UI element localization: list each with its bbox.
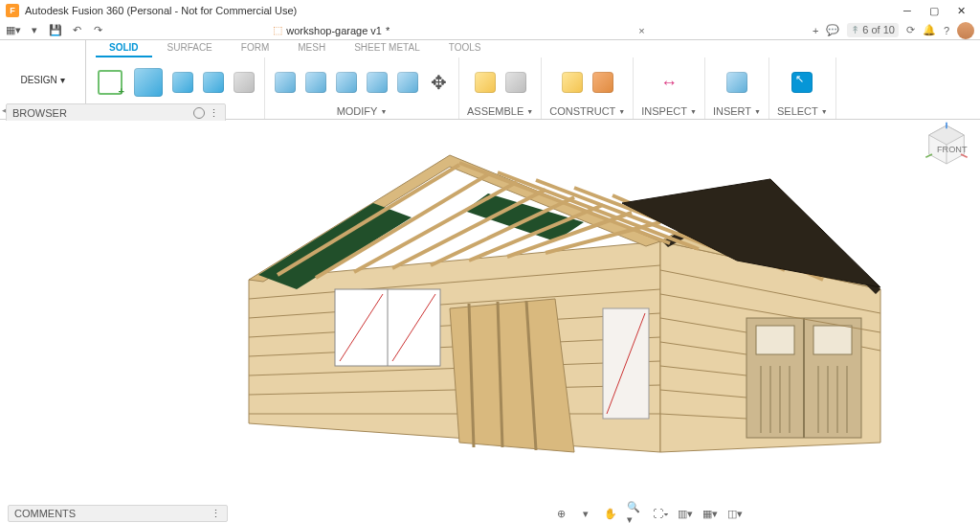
document-tab[interactable]: ⬚ workshop-garage v1* × [111, 24, 807, 36]
display-icon[interactable]: ▥▾ [677, 505, 694, 522]
ribbon-group-modify: ✥ MODIFY ▼ [265, 57, 459, 119]
ribbon-group-inspect: ↔ INSPECT ▼ [634, 57, 705, 119]
new-tab-icon[interactable]: + [813, 25, 818, 36]
file-icon[interactable]: ▾ [27, 23, 42, 38]
assemble-icon[interactable] [473, 70, 498, 95]
save-icon[interactable]: 💾 [48, 23, 63, 38]
tab-tools[interactable]: TOOLS [435, 40, 495, 57]
tab-mesh[interactable]: MESH [284, 40, 339, 57]
loft-icon[interactable] [232, 70, 256, 95]
close-tab-icon[interactable]: × [638, 25, 644, 36]
select-icon[interactable]: ↖ [790, 70, 814, 95]
shell-icon[interactable] [334, 70, 359, 95]
extensions-icon[interactable]: 💬 [826, 24, 839, 36]
job-status-badge[interactable]: ↟ 6 of 10 [847, 23, 898, 37]
plane-icon[interactable] [560, 70, 585, 95]
document-name: workshop-garage v1 [286, 25, 382, 36]
revolve-icon[interactable] [170, 70, 195, 95]
measure-icon[interactable]: ↔ [657, 70, 681, 95]
sketch-icon[interactable]: + [94, 66, 126, 99]
extrude-icon[interactable] [132, 66, 165, 99]
ribbon-group-insert: INSERT ▼ [705, 57, 769, 119]
view-cube[interactable]: FRONT [923, 121, 970, 169]
browser-header[interactable]: BROWSER ⋮ [6, 103, 226, 123]
viewports-icon[interactable]: ◫▾ [726, 505, 744, 522]
ribbon-group-assemble: ASSEMBLE ▼ [459, 57, 542, 119]
split-icon[interactable] [395, 70, 420, 95]
maximize-button[interactable]: ▢ [921, 1, 947, 20]
svg-rect-21 [756, 326, 794, 354]
ribbon-group-select: ↖ SELECT ▼ [769, 57, 836, 119]
sweep-icon[interactable] [201, 70, 226, 95]
notifications-icon[interactable]: 🔔 [923, 24, 936, 36]
undo-icon[interactable]: ↶ [69, 23, 84, 38]
close-window-button[interactable]: ✕ [947, 1, 974, 20]
combine-icon[interactable] [365, 70, 390, 95]
orbit-icon[interactable]: ⊕ [552, 505, 569, 522]
redo-icon[interactable]: ↷ [90, 23, 105, 38]
minimize-button[interactable]: ─ [894, 1, 921, 20]
tab-form[interactable]: FORM [228, 40, 282, 57]
tab-surface[interactable]: SURFACE [154, 40, 226, 57]
user-avatar[interactable] [957, 22, 974, 39]
fit-icon[interactable]: ⛶▾ [652, 505, 669, 522]
presspull-icon[interactable] [273, 70, 298, 95]
browser-options-icon[interactable]: ⋮ [209, 107, 219, 120]
app-icon: F [6, 4, 19, 17]
3d-model[interactable] [211, 126, 919, 490]
svg-line-44 [278, 165, 459, 275]
viewport[interactable]: FRONT [0, 121, 980, 504]
insert-icon[interactable] [724, 70, 749, 95]
svg-rect-22 [813, 326, 852, 354]
tab-solid[interactable]: SOLID [96, 40, 152, 57]
quick-access-bar: ▦▾ ▾ 💾 ↶ ↷ ⬚ workshop-garage v1* × + 💬 ↟… [0, 21, 980, 40]
axis-icon[interactable] [590, 70, 615, 95]
comments-options-icon[interactable]: ⋮ [211, 508, 221, 520]
ribbon-tabs: SOLID SURFACE FORM MESH SHEET METAL TOOL… [86, 40, 980, 57]
joint-icon[interactable] [503, 70, 528, 95]
apps-grid-icon[interactable]: ▦▾ [6, 23, 21, 38]
help-icon[interactable]: ? [944, 25, 949, 36]
title-bar: F Autodesk Fusion 360 (Personal - Not fo… [0, 0, 980, 21]
comments-panel-header[interactable]: COMMENTS ⋮ [8, 505, 228, 522]
zoom-icon[interactable]: 🔍▾ [627, 505, 644, 522]
fillet-icon[interactable] [303, 70, 328, 95]
move-icon[interactable]: ✥ [426, 70, 451, 95]
window-title: Autodesk Fusion 360 (Personal - Not for … [25, 5, 297, 16]
updates-icon[interactable]: ⟳ [906, 24, 915, 36]
display-settings-icon[interactable] [193, 107, 205, 119]
tab-sheet-metal[interactable]: SHEET METAL [341, 40, 434, 57]
pan-icon[interactable]: ✋ [602, 505, 619, 522]
ribbon-group-construct: CONSTRUCT ▼ [542, 57, 634, 119]
navigation-bar: ⊕ ▾ ✋ 🔍▾ ⛶▾ ▥▾ ▦▾ ◫▾ [457, 505, 744, 522]
look-icon[interactable]: ▾ [577, 505, 594, 522]
svg-text:FRONT: FRONT [937, 145, 968, 154]
bottom-bar: COMMENTS ⋮ ⊕ ▾ ✋ 🔍▾ ⛶▾ ▥▾ ▦▾ ◫▾ [0, 504, 980, 523]
cube-icon: ⬚ [273, 24, 282, 36]
grid-icon[interactable]: ▦▾ [702, 505, 719, 522]
